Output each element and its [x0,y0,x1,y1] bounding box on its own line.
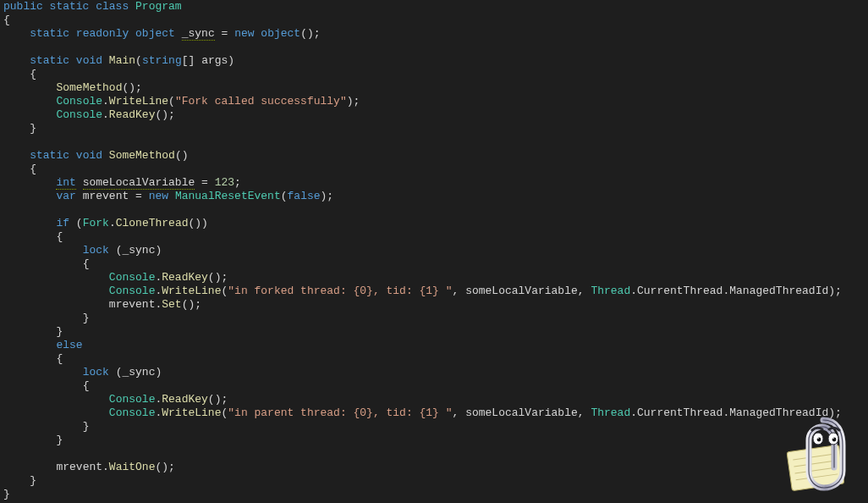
type: ManualResetEvent [175,190,281,202]
type: Fork [83,217,109,229]
string: "in parent thread: {0}, tid: {1} " [228,406,452,419]
keyword: object [261,27,300,40]
param: args [201,54,228,67]
call: CloneThread [116,217,189,229]
type: Console [56,108,102,121]
keyword: static void [30,149,102,162]
call: WriteLine [162,285,221,297]
call: ReadKey [162,271,208,284]
call: WriteLine [162,406,221,419]
string: "Fork called successfully" [175,95,347,108]
keyword: lock [83,366,109,379]
type: Console [109,393,156,406]
type: Console [109,271,156,284]
keyword: new [234,27,254,40]
field-ref: _sync [122,244,155,257]
type: Thread [591,285,630,297]
call: WriteLine [109,95,168,108]
keyword: lock [83,244,109,257]
keyword: if [56,217,69,229]
prop: ManagedThreadId [729,285,828,297]
keyword: public static class [3,0,129,13]
type: Thread [591,406,630,419]
call: SomeMethod [56,81,122,94]
prop: CurrentThread [637,406,722,419]
keyword: else [56,339,82,351]
local-var: someLocalVariable [83,176,195,190]
method-name: SomeMethod [109,149,175,162]
keyword: static readonly object [30,27,175,40]
local-var: mrevent [83,190,129,202]
prop: ManagedThreadId [729,406,828,419]
string: "in forked thread: {0}, tid: {1} " [228,285,452,297]
number: 123 [215,176,234,189]
field-name: _sync [182,27,215,41]
call: ReadKey [162,393,208,406]
keyword: new [149,190,168,202]
call: WaitOne [109,461,156,473]
keyword: static void [30,54,102,67]
var-ref: mrevent [109,298,156,311]
arg: someLocalVariable [465,285,578,297]
method-name: Main [109,54,135,67]
keyword: int [56,176,75,190]
prop: CurrentThread [637,285,722,297]
keyword: var [56,190,75,202]
type: Console [109,285,156,297]
call: ReadKey [109,108,156,121]
type: Program [135,0,182,13]
code-editor[interactable]: public static class Program { static rea… [0,0,868,501]
type: Console [56,95,102,108]
keyword: string [142,54,182,67]
call: Set [162,298,181,311]
type: Console [109,406,156,419]
keyword: false [288,190,321,202]
field-ref: _sync [122,366,155,379]
arg: someLocalVariable [465,406,578,419]
var-ref: mrevent [56,461,102,473]
